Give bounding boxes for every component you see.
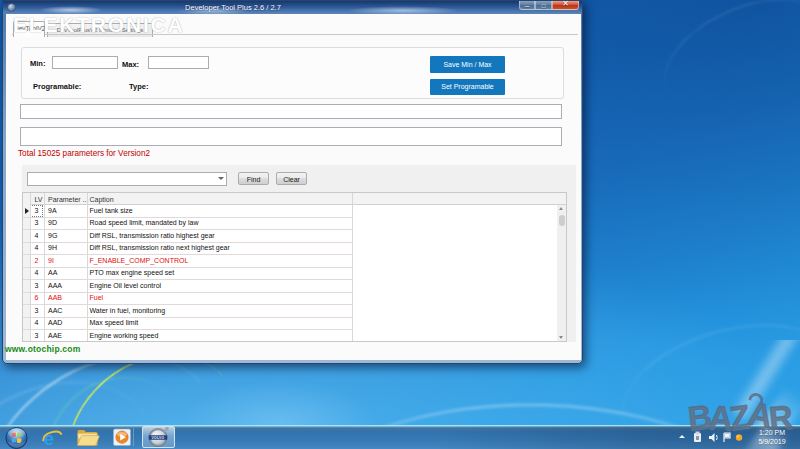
svg-text:VOLVO: VOLVO — [152, 436, 165, 440]
svg-text:e: e — [44, 428, 55, 449]
